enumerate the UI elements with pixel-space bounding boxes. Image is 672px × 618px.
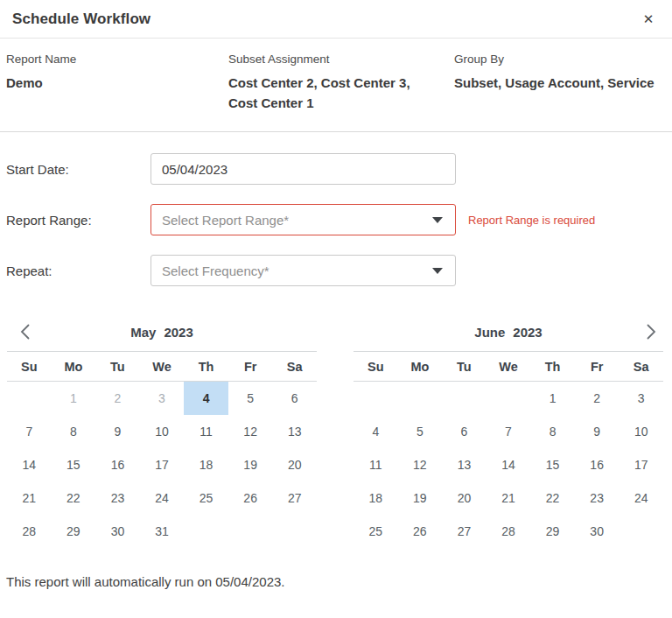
calendar-day[interactable]: 23 bbox=[95, 481, 140, 515]
calendar-day[interactable]: 26 bbox=[398, 515, 443, 548]
calendar-day[interactable]: 14 bbox=[486, 448, 531, 481]
calendar-day[interactable]: 31 bbox=[140, 515, 185, 548]
calendar-day[interactable]: 17 bbox=[619, 448, 663, 481]
calendar-day[interactable]: 4 bbox=[184, 382, 228, 415]
month-name: May bbox=[130, 325, 156, 340]
calendar-day[interactable]: 16 bbox=[95, 448, 140, 481]
calendar-day[interactable]: 22 bbox=[52, 481, 96, 515]
weekday-label: Su bbox=[7, 360, 52, 374]
calendar-day[interactable]: 30 bbox=[575, 515, 620, 548]
repeat-select[interactable]: Select Frequency* bbox=[150, 255, 456, 286]
close-icon[interactable]: ✕ bbox=[639, 10, 658, 29]
calendar-day[interactable]: 18 bbox=[184, 448, 228, 481]
calendar-day[interactable]: 6 bbox=[442, 415, 486, 448]
calendar-day[interactable]: 5 bbox=[228, 382, 273, 415]
calendar-day[interactable]: 7 bbox=[486, 415, 531, 448]
calendar-day[interactable]: 24 bbox=[140, 481, 185, 515]
month-year: 2023 bbox=[513, 325, 542, 340]
weekday-label: Sa bbox=[272, 360, 317, 374]
calendar-june: June 2023 SuMoTuWeThFrSa 123456789101112… bbox=[354, 314, 663, 548]
calendar-day[interactable]: 11 bbox=[184, 415, 228, 448]
weekday-label: Th bbox=[184, 360, 228, 374]
empty-day-cell bbox=[354, 382, 398, 415]
calendar-day[interactable]: 12 bbox=[228, 415, 273, 448]
calendar-day[interactable]: 29 bbox=[52, 515, 96, 548]
report-range-label: Report Range: bbox=[6, 213, 150, 228]
calendar-day: 3 bbox=[140, 382, 185, 415]
calendar-day[interactable]: 2 bbox=[575, 382, 620, 415]
report-range-select[interactable]: Select Report Range* bbox=[150, 204, 456, 235]
repeat-label: Repeat: bbox=[6, 263, 150, 278]
calendar-day[interactable]: 26 bbox=[228, 481, 273, 515]
calendar-day[interactable]: 8 bbox=[530, 415, 575, 448]
calendar-day[interactable]: 22 bbox=[530, 481, 575, 515]
calendar-day[interactable]: 27 bbox=[442, 515, 486, 548]
calendar-day[interactable]: 13 bbox=[272, 415, 317, 448]
calendar-day[interactable]: 21 bbox=[7, 481, 52, 515]
calendar-day[interactable]: 3 bbox=[619, 382, 663, 415]
start-date-input[interactable] bbox=[150, 153, 456, 185]
weekday-label: Fr bbox=[228, 360, 273, 374]
empty-day-cell bbox=[486, 382, 531, 415]
calendar-day[interactable]: 9 bbox=[575, 415, 620, 448]
weekday-label: Fr bbox=[575, 360, 620, 374]
weekday-label: Th bbox=[530, 360, 575, 374]
calendar-day[interactable]: 25 bbox=[354, 515, 398, 548]
weekday-label: Mo bbox=[398, 360, 443, 374]
calendar-day[interactable]: 8 bbox=[52, 415, 96, 448]
calendar-day[interactable]: 11 bbox=[354, 448, 398, 481]
report-range-placeholder: Select Report Range* bbox=[162, 213, 289, 228]
previous-month-icon[interactable] bbox=[14, 321, 35, 342]
calendar-day[interactable]: 4 bbox=[354, 415, 398, 448]
calendar-day[interactable]: 27 bbox=[272, 481, 317, 515]
calendar-day[interactable]: 20 bbox=[442, 481, 486, 515]
report-name-label: Report Name bbox=[6, 53, 218, 66]
calendar-day[interactable]: 10 bbox=[140, 415, 185, 448]
calendar-day[interactable]: 25 bbox=[184, 481, 228, 515]
calendar-day[interactable]: 14 bbox=[7, 448, 52, 481]
calendar-day[interactable]: 29 bbox=[530, 515, 575, 548]
summary-report-name: Report Name Demo bbox=[6, 53, 228, 121]
weekday-label: Sa bbox=[619, 360, 663, 374]
start-date-row: Start Date: bbox=[6, 153, 666, 185]
month-year: 2023 bbox=[164, 325, 192, 340]
calendar-day[interactable]: 23 bbox=[575, 481, 620, 515]
subset-assignment-label: Subset Assignment bbox=[228, 53, 444, 66]
calendar-day[interactable]: 9 bbox=[95, 415, 140, 448]
calendar-day[interactable]: 24 bbox=[619, 481, 663, 515]
calendar-day[interactable]: 1 bbox=[530, 382, 575, 415]
calendar-day[interactable]: 30 bbox=[95, 515, 140, 548]
calendar-day[interactable]: 28 bbox=[486, 515, 531, 548]
calendar-month-title: May 2023 bbox=[130, 325, 193, 340]
auto-run-note: This report will automatically run on 05… bbox=[0, 574, 672, 589]
group-by-value: Subset, Usage Account, Service bbox=[454, 73, 655, 93]
calendar-day[interactable]: 13 bbox=[442, 448, 486, 481]
calendar-day[interactable]: 28 bbox=[7, 515, 52, 548]
summary-subset-assignment: Subset Assignment Cost Center 2, Cost Ce… bbox=[228, 53, 454, 121]
month-name: June bbox=[474, 325, 505, 340]
start-date-label: Start Date: bbox=[6, 162, 150, 177]
report-range-error: Report Range is required bbox=[468, 214, 595, 227]
day-grid: 1234567891011121314151617181920212223242… bbox=[354, 382, 663, 548]
calendar-day[interactable]: 16 bbox=[575, 448, 620, 481]
calendar-day[interactable]: 19 bbox=[398, 481, 443, 515]
calendar-day[interactable]: 7 bbox=[7, 415, 52, 448]
calendar-day[interactable]: 21 bbox=[486, 481, 531, 515]
calendar-day: 1 bbox=[52, 382, 96, 415]
calendar-day[interactable]: 15 bbox=[52, 448, 96, 481]
calendar-day[interactable]: 6 bbox=[272, 382, 317, 415]
weekday-label: Tu bbox=[442, 360, 486, 374]
calendar-day[interactable]: 12 bbox=[398, 448, 443, 481]
calendar-day[interactable]: 17 bbox=[140, 448, 185, 481]
calendar-day[interactable]: 19 bbox=[228, 448, 273, 481]
calendar-day[interactable]: 10 bbox=[619, 415, 663, 448]
calendar-day[interactable]: 18 bbox=[354, 481, 398, 515]
calendar-day[interactable]: 5 bbox=[398, 415, 443, 448]
group-by-label: Group By bbox=[454, 53, 655, 66]
repeat-placeholder: Select Frequency* bbox=[162, 263, 270, 278]
next-month-icon[interactable] bbox=[640, 321, 662, 342]
calendar-day[interactable]: 20 bbox=[272, 448, 317, 481]
calendar-day[interactable]: 15 bbox=[530, 448, 575, 481]
calendar-may: May 2023 SuMoTuWeThFrSa 1234567891011121… bbox=[7, 314, 317, 548]
weekday-header: SuMoTuWeThFrSa bbox=[7, 351, 317, 382]
